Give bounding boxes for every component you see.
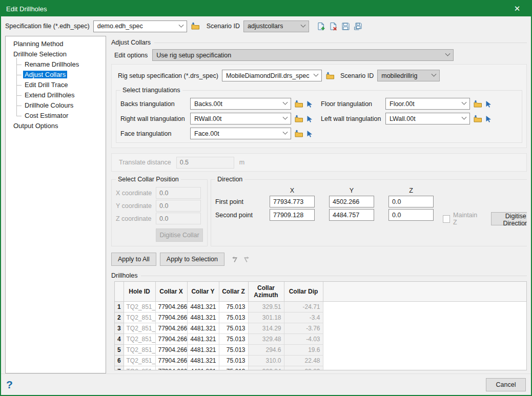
collar-x-cell[interactable]: 77904.266 xyxy=(155,355,187,366)
right-wall-triangulation-combobox[interactable]: RWall.00t xyxy=(190,113,291,124)
row-number[interactable]: 1 xyxy=(115,301,124,312)
spec-file-combobox[interactable]: demo.edh_spec xyxy=(93,20,187,32)
save-icon[interactable] xyxy=(341,22,350,31)
collar-dip-cell: 19.6 xyxy=(284,344,323,355)
drillholes-header: Drillholes xyxy=(111,271,527,280)
right-wall-browse-folder-icon[interactable] xyxy=(294,115,303,123)
backs-browse-folder-icon[interactable] xyxy=(294,100,303,108)
collar-x-cell[interactable]: 77904.266 xyxy=(155,323,187,334)
tree-item-rename-drillholes[interactable]: Rename Drillholes xyxy=(16,59,106,70)
floor-browse-folder-icon[interactable] xyxy=(473,100,482,108)
floor-pick-cursor-icon[interactable] xyxy=(485,100,492,108)
rig-spec-combobox[interactable]: MobileDiamondDrill.drs_spec xyxy=(222,70,322,81)
col-header-collar-z[interactable]: Collar Z xyxy=(219,282,248,301)
collar-y-cell[interactable]: 4481.321 xyxy=(187,366,219,370)
y-coordinate-field xyxy=(156,200,201,212)
collar-x-cell[interactable]: 77904.266 xyxy=(155,301,187,312)
hole-id-cell[interactable]: TQ2_851_1 xyxy=(124,301,155,312)
select-triangulations-group: Select triangulations Backs triangulatio… xyxy=(116,87,522,143)
tree-item-drillhole-colours[interactable]: Drillhole Colours xyxy=(16,100,106,111)
hole-id-cell[interactable]: TQ2_851_1 xyxy=(124,312,155,323)
backs-triangulation-combobox[interactable]: Backs.00t xyxy=(190,98,291,110)
spec-browse-folder-icon[interactable] xyxy=(191,22,200,30)
cancel-button[interactable]: Cancel xyxy=(486,378,526,391)
hole-id-cell[interactable]: TQ2_851_1 xyxy=(124,355,155,366)
tree-item-cost-estimator[interactable]: Cost Estimator xyxy=(16,111,106,121)
collar-z-cell[interactable]: 75.013 xyxy=(219,323,248,334)
first-point-z-field[interactable] xyxy=(388,196,434,207)
table-row: 1 TQ2_851_1 77904.266 4481.321 75.013 32… xyxy=(115,301,526,312)
collar-x-cell[interactable]: 77904.266 xyxy=(155,366,187,370)
collar-y-cell[interactable]: 4481.321 xyxy=(187,312,219,323)
row-number[interactable]: 7 xyxy=(115,366,124,370)
tree-item-edit-drill-trace[interactable]: Edit Drill Trace xyxy=(16,80,106,90)
hole-id-cell[interactable]: TQ2_851_1 xyxy=(124,344,155,355)
tree-item-output-options[interactable]: Output Options xyxy=(6,121,106,131)
scenario-new-icon[interactable] xyxy=(317,22,325,31)
collar-z-cell[interactable]: 75.013 xyxy=(219,344,248,355)
rig-scenario-combobox[interactable]: mobiledrillrig xyxy=(377,70,440,81)
second-point-z-field[interactable] xyxy=(388,209,434,221)
collar-x-cell[interactable]: 77904.266 xyxy=(155,344,187,355)
col-header-collar-dip[interactable]: Collar Dip xyxy=(284,282,323,301)
collar-y-cell[interactable]: 4481.321 xyxy=(187,344,219,355)
collar-y-cell[interactable]: 4481.321 xyxy=(187,355,219,366)
row-number[interactable]: 5 xyxy=(115,344,124,355)
collar-azimuth-cell: 329.51 xyxy=(248,301,284,312)
face-browse-folder-icon[interactable] xyxy=(294,130,303,138)
backs-pick-cursor-icon[interactable] xyxy=(306,100,313,108)
tree-item-planning-method[interactable]: Planning Method xyxy=(6,39,106,49)
hole-id-cell[interactable]: TQ2_851_1 xyxy=(124,366,155,370)
left-wall-browse-folder-icon[interactable] xyxy=(473,115,482,123)
right-wall-pick-cursor-icon[interactable] xyxy=(306,115,313,122)
scenario-id-combobox[interactable]: adjustcollars xyxy=(243,20,309,32)
row-number[interactable]: 3 xyxy=(115,323,124,334)
collar-z-cell[interactable]: 75.013 xyxy=(219,366,248,370)
close-icon[interactable]: ✕ xyxy=(508,1,526,16)
apply-to-all-button[interactable]: Apply to All xyxy=(111,253,156,266)
row-number[interactable]: 2 xyxy=(115,312,124,323)
collar-z-cell[interactable]: 75.013 xyxy=(219,334,248,344)
col-header-collar-x[interactable]: Collar X xyxy=(155,282,187,301)
left-wall-pick-cursor-icon[interactable] xyxy=(485,115,492,122)
hole-id-cell[interactable]: TQ2_851_1 xyxy=(124,323,155,334)
floor-triangulation-combobox[interactable]: Floor.00t xyxy=(385,98,470,110)
collar-z-cell[interactable]: 75.013 xyxy=(219,301,248,312)
help-icon[interactable]: ? xyxy=(6,379,13,391)
col-header-collar-y[interactable]: Collar Y xyxy=(187,282,219,301)
drillholes-title: Drillholes xyxy=(111,272,137,279)
collar-y-cell[interactable]: 4481.321 xyxy=(187,323,219,334)
row-number[interactable]: 6 xyxy=(115,355,124,366)
collar-x-cell[interactable]: 77904.266 xyxy=(155,312,187,323)
collar-x-cell[interactable]: 77904.266 xyxy=(155,334,187,344)
col-header-collar-azimuth[interactable]: Collar Azimuth xyxy=(248,282,284,301)
first-point-y-field[interactable] xyxy=(329,196,374,207)
direction-grid: X Y Z First point Second point xyxy=(215,187,434,221)
scenario-delete-icon[interactable] xyxy=(329,22,338,31)
tree-item-extend-drillholes[interactable]: Extend Drillholes xyxy=(16,90,106,100)
digitise-direction-button[interactable]: Digitise Direction xyxy=(491,212,527,225)
y-coordinate-label: Y coordinate xyxy=(116,202,153,210)
row-number[interactable]: 4 xyxy=(115,334,124,344)
tree-item-drillhole-selection[interactable]: Drillhole Selection xyxy=(6,49,106,59)
hole-id-cell[interactable]: TQ2_851_1 xyxy=(124,334,155,344)
col-header-hole-id[interactable]: Hole ID xyxy=(124,282,155,301)
face-triangulation-combobox[interactable]: Face.00t xyxy=(190,128,291,139)
edit-options-combobox[interactable]: Use rig setup specification xyxy=(152,49,454,61)
first-point-x-field[interactable] xyxy=(270,196,315,207)
save-as-icon[interactable] xyxy=(354,22,362,31)
second-point-x-field[interactable] xyxy=(270,209,315,221)
face-pick-cursor-icon[interactable] xyxy=(306,130,313,137)
left-wall-triangulation-combobox[interactable]: LWall.00t xyxy=(385,113,470,124)
collar-y-cell[interactable]: 4481.321 xyxy=(187,334,219,344)
collar-z-cell[interactable]: 75.013 xyxy=(219,355,248,366)
second-point-y-field[interactable] xyxy=(329,209,374,221)
rig-spec-value: MobileDiamondDrill.drs_spec xyxy=(226,72,310,79)
tree-item-adjust-collars[interactable]: Adjust Collars xyxy=(16,70,106,80)
collar-azimuth-cell: 294.6 xyxy=(248,344,284,355)
collar-z-cell[interactable]: 75.013 xyxy=(219,312,248,323)
table-row: 7 TQ2_851_1 77904.266 4481.321 75.013 32… xyxy=(115,366,526,370)
rig-spec-browse-folder-icon[interactable] xyxy=(325,72,335,80)
apply-to-selection-button[interactable]: Apply to Selection xyxy=(160,253,224,266)
collar-y-cell[interactable]: 4481.321 xyxy=(187,301,219,312)
